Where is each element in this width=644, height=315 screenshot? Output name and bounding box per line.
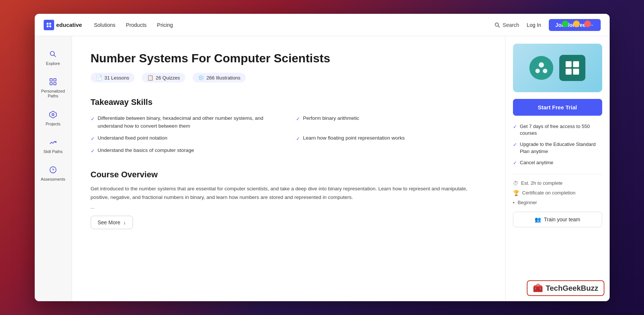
- course-meta: 📄 31 Lessons 📋 26 Quizzes ❄️ 266 Illustr…: [91, 73, 486, 82]
- see-more-label: See More: [98, 219, 121, 225]
- skill-paths-icon: [48, 137, 58, 147]
- skill-item-4: ✓ Learn how floating point representatio…: [296, 134, 486, 143]
- minimize-button[interactable]: [573, 21, 580, 27]
- benefit-text-3: Cancel anytime: [520, 159, 554, 166]
- maximize-button[interactable]: [562, 21, 569, 27]
- sidebar-projects-label: Projects: [46, 122, 60, 127]
- overview-title: Course Overview: [91, 170, 486, 180]
- svg-point-16: [535, 69, 540, 73]
- course-content: Number Systems For Computer Scientists 📄…: [72, 36, 505, 301]
- window-controls: [562, 21, 591, 27]
- sidebar-personalized-paths-label: Personalized Paths: [38, 89, 69, 99]
- sidebar-item-personalized-paths[interactable]: Personalized Paths: [35, 72, 72, 103]
- train-team-button[interactable]: 👥 Train your team: [513, 212, 602, 227]
- quizzes-icon: 📋: [147, 75, 153, 81]
- svg-point-13: [52, 113, 54, 116]
- sidebar-explore-label: Explore: [46, 61, 60, 66]
- see-more-button[interactable]: See More ↓: [91, 216, 133, 229]
- sidebar-skill-paths-label: Skill Paths: [43, 149, 62, 154]
- nav-pricing[interactable]: Pricing: [157, 22, 173, 28]
- info-level: • Beginner: [513, 200, 602, 206]
- logo-icon: [44, 20, 54, 30]
- watermark-text: TechGeekBuzz: [546, 284, 598, 293]
- main-layout: Explore Personalized Paths: [35, 36, 610, 301]
- skill-item-2: ✓ Perform binary arithmetic: [296, 115, 486, 130]
- check-icon: ✓: [296, 135, 300, 143]
- info-time: ⏱ Est. 2h to complete: [513, 180, 602, 186]
- sidebar-assessments-label: Assessments: [41, 177, 65, 182]
- svg-rect-20: [566, 69, 572, 75]
- skill-text-5: Understand the basics of computer storag…: [98, 147, 194, 154]
- skill-text-1: Differentiate between binary, hexadecima…: [98, 115, 281, 130]
- svg-marker-12: [50, 111, 56, 118]
- sidebar-item-skill-paths[interactable]: Skill Paths: [35, 132, 72, 159]
- check-icon: ✓: [91, 135, 95, 143]
- benefit-item-3: ✓ Cancel anytime: [513, 159, 602, 166]
- svg-rect-3: [49, 25, 51, 27]
- skills-grid: ✓ Differentiate between binary, hexadeci…: [91, 115, 486, 155]
- sidebar-item-projects[interactable]: Projects: [35, 105, 72, 131]
- search-icon: [48, 49, 58, 59]
- train-team-label: Train your team: [544, 216, 581, 222]
- overview-text: Get introduced to the number systems tha…: [91, 185, 486, 202]
- benefit-text-2: Upgrade to the Educative Standard Plan a…: [520, 141, 602, 155]
- benefit-check-1: ✓: [513, 124, 517, 130]
- sidebar: Explore Personalized Paths: [35, 36, 72, 301]
- svg-line-5: [498, 26, 500, 27]
- logo-text: educative: [56, 22, 82, 28]
- nav-solutions[interactable]: Solutions: [94, 22, 116, 28]
- search-icon: [494, 22, 500, 28]
- lessons-icon: 📄: [96, 75, 102, 81]
- check-icon: ✓: [296, 115, 300, 123]
- navbar: educative Solutions Products Pricing Sea…: [35, 14, 610, 36]
- check-icon: ✓: [91, 115, 95, 123]
- sidebar-item-assessments[interactable]: Assessments: [35, 160, 72, 186]
- personalized-paths-icon: [48, 77, 58, 87]
- chevron-down-icon: ↓: [123, 219, 126, 225]
- info-certificate: 🏆 Certificate on completion: [513, 190, 602, 196]
- logo[interactable]: educative: [44, 20, 82, 30]
- assessments-icon: [48, 165, 58, 175]
- svg-rect-1: [49, 23, 51, 25]
- search-button[interactable]: Search: [494, 22, 519, 28]
- svg-point-6: [50, 52, 55, 56]
- course-thumbnail: [513, 44, 602, 92]
- close-button[interactable]: [584, 21, 591, 27]
- benefit-text-1: Get 7 days of free access to 550 courses: [520, 123, 602, 137]
- lessons-badge: 📄 31 Lessons: [91, 73, 135, 82]
- skill-item-1: ✓ Differentiate between binary, hexadeci…: [91, 115, 281, 130]
- svg-rect-19: [573, 61, 579, 67]
- overview-ellipsis: ...: [91, 204, 486, 210]
- lessons-text: 31 Lessons: [105, 75, 130, 81]
- search-label: Search: [503, 22, 519, 28]
- svg-rect-0: [47, 23, 49, 25]
- nav-products[interactable]: Products: [126, 22, 146, 28]
- sidebar-item-explore[interactable]: Explore: [35, 44, 72, 71]
- nav-links: Solutions Products Pricing: [94, 22, 173, 28]
- illustrations-icon: ❄️: [198, 75, 204, 81]
- svg-line-7: [54, 55, 56, 57]
- svg-rect-2: [47, 25, 49, 27]
- start-trial-button[interactable]: Start Free Trial: [513, 99, 602, 116]
- watermark-icon: 🧰: [533, 283, 543, 293]
- certificate-icon: 🏆: [513, 190, 519, 196]
- projects-icon: [48, 109, 58, 120]
- benefit-item-1: ✓ Get 7 days of free access to 550 cours…: [513, 123, 602, 137]
- login-button[interactable]: Log In: [527, 22, 541, 28]
- svg-rect-9: [54, 79, 56, 81]
- skill-text-3: Understand fixed point notation: [98, 134, 168, 142]
- check-icon: ✓: [91, 147, 95, 155]
- course-title: Number Systems For Computer Scientists: [91, 51, 486, 65]
- skill-item-3: ✓ Understand fixed point notation: [91, 134, 281, 143]
- svg-rect-11: [54, 82, 56, 85]
- level-icon: •: [513, 200, 515, 206]
- right-panel: Start Free Trial ✓ Get 7 days of free ac…: [505, 36, 610, 301]
- benefit-check-3: ✓: [513, 160, 517, 166]
- watermark: 🧰 TechGeekBuzz: [527, 280, 604, 296]
- svg-rect-10: [50, 82, 52, 85]
- skill-item-5: ✓ Understand the basics of computer stor…: [91, 147, 281, 155]
- svg-rect-8: [50, 79, 52, 81]
- svg-point-17: [543, 69, 547, 73]
- quizzes-text: 26 Quizzes: [156, 75, 180, 81]
- thumbnail-icon-1: [529, 56, 553, 80]
